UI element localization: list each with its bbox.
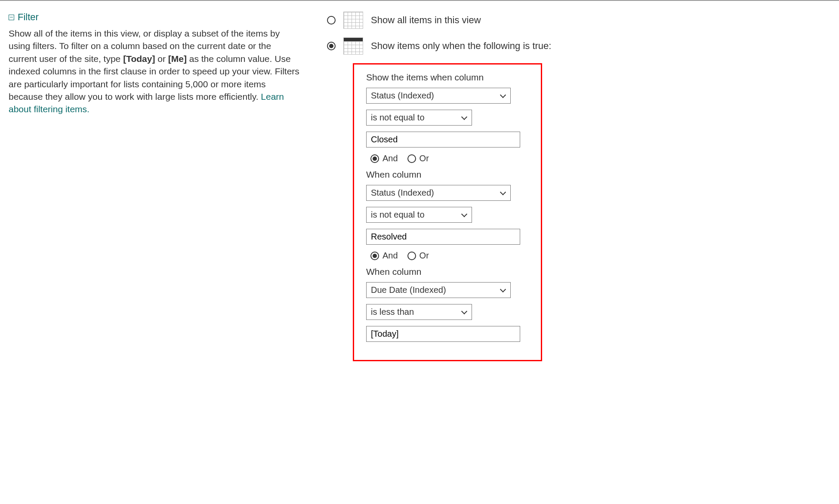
- chevron-down-icon: [500, 190, 506, 196]
- radio-show-filtered[interactable]: [327, 42, 336, 50]
- filter-heading-3: When column: [366, 267, 529, 277]
- andor-row-1: And Or: [370, 154, 529, 163]
- option-show-all[interactable]: Show all items in this view: [327, 12, 830, 29]
- filter-title: Filter: [18, 12, 39, 23]
- filter-heading-1: Show the items when column: [366, 72, 529, 83]
- radio-and-1[interactable]: [370, 154, 379, 163]
- and-option-2[interactable]: And: [370, 251, 398, 261]
- operator-select-1[interactable]: is not equal to: [366, 110, 472, 126]
- radio-or-2[interactable]: [407, 252, 416, 260]
- column-select-3[interactable]: Due Date (Indexed): [366, 282, 511, 298]
- operator-select-3[interactable]: is less than: [366, 304, 472, 320]
- grid-all-icon: [343, 12, 363, 29]
- chevron-down-icon: [461, 309, 467, 315]
- or-option-2[interactable]: Or: [407, 251, 429, 261]
- filter-description: Show all of the items in this view, or d…: [9, 27, 301, 116]
- filter-section-header[interactable]: Filter: [9, 12, 301, 23]
- value-input-3[interactable]: [366, 326, 520, 342]
- value-input-2[interactable]: [366, 229, 520, 245]
- radio-and-2[interactable]: [370, 252, 379, 260]
- value-input-1[interactable]: [366, 132, 520, 148]
- radio-or-1[interactable]: [407, 154, 416, 163]
- chevron-down-icon: [500, 287, 506, 293]
- grid-filtered-icon: [343, 37, 363, 55]
- column-select-1[interactable]: Status (Indexed): [366, 88, 511, 104]
- option-show-all-label: Show all items in this view: [371, 15, 481, 26]
- andor-row-2: And Or: [370, 251, 529, 261]
- chevron-down-icon: [500, 93, 506, 99]
- chevron-down-icon: [461, 115, 467, 121]
- and-option-1[interactable]: And: [370, 154, 398, 163]
- option-show-filtered[interactable]: Show items only when the following is tr…: [327, 37, 830, 55]
- chevron-down-icon: [461, 212, 467, 218]
- column-select-2[interactable]: Status (Indexed): [366, 185, 511, 201]
- option-show-filtered-label: Show items only when the following is tr…: [371, 40, 551, 52]
- or-option-1[interactable]: Or: [407, 154, 429, 163]
- filter-heading-2: When column: [366, 169, 529, 180]
- filter-definition-block: Show the items when column Status (Index…: [353, 63, 542, 361]
- collapse-icon[interactable]: [9, 15, 14, 20]
- radio-show-all[interactable]: [327, 16, 336, 25]
- operator-select-2[interactable]: is not equal to: [366, 207, 472, 223]
